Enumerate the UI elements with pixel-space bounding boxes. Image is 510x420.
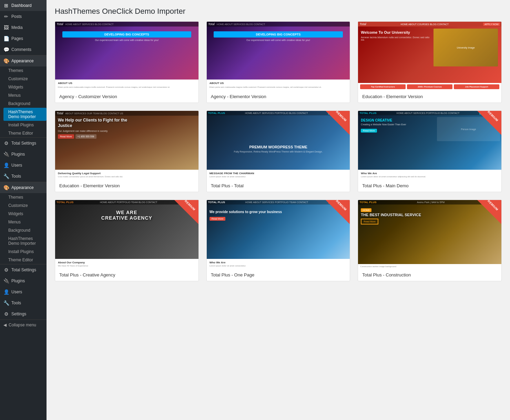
demo-label-education-1: Education - Elementor Version xyxy=(358,91,501,103)
demo-thumb-education-2: Total ABOUT SERVICES OUR TEAM BLOG CONTA… xyxy=(55,111,198,180)
sidebar-item-widgets-2[interactable]: Widgets xyxy=(3,210,47,218)
demo-label-education-2: Education - Elementor Version xyxy=(55,180,198,192)
demo-thumb-agency-elementor: Total HOME ABOUT SERVICES BLOG CONTACT D… xyxy=(207,22,350,91)
tools-icon-2: 🔧 xyxy=(3,300,9,306)
users-icon-2: 👤 xyxy=(3,289,9,295)
demo-card-total-plus-main[interactable]: TOTAL PLUS HOME ABOUT SERVICES PORTFOLIO… xyxy=(358,111,502,192)
comments-icon: 💬 xyxy=(3,47,9,52)
demo-label-total-plus-one-page: Total Plus - One Page xyxy=(207,269,350,281)
sidebar-item-tools-1[interactable]: 🔧 Tools xyxy=(0,171,47,182)
premium-badge-total-plus-creative xyxy=(174,200,198,224)
sidebar-item-menus-2[interactable]: Menus xyxy=(3,218,47,226)
media-icon: 🖼 xyxy=(3,25,9,30)
demo-label-total-plus-main: Total Plus - Main Demo xyxy=(358,180,501,192)
demo-thumb-total-plus-one-page: TOTAL PLUS HOME ABOUT SERVICES PORTFOLIO… xyxy=(207,200,350,269)
sidebar-appearance-submenu: Themes Customize Widgets Menus Backgroun… xyxy=(0,66,47,137)
demo-label-total-plus-construction: Total Plus - Construction xyxy=(358,269,501,281)
plugins-icon-1: 🔌 xyxy=(3,151,9,157)
sidebar-item-total-settings-2[interactable]: ⚙ Total Settings xyxy=(0,264,47,275)
demo-thumb-total-plus-main: TOTAL PLUS HOME ABOUT SERVICES PORTFOLIO… xyxy=(358,111,501,180)
demo-grid: Total HOME ABOUT SERVICES BLOG CONTACT D… xyxy=(55,21,502,281)
sidebar-item-themes[interactable]: Themes xyxy=(3,66,47,75)
demo-label-agency-customizer: Agency - Customizer Version xyxy=(55,91,198,103)
sidebar-item-plugins-2[interactable]: 🔌 Plugins xyxy=(0,275,47,286)
sidebar-item-posts[interactable]: ✏ Posts xyxy=(0,11,47,22)
demo-label-agency-elementor: Agency - Elementor Version xyxy=(207,91,350,103)
demo-card-total-plus-one-page[interactable]: TOTAL PLUS HOME ABOUT SERVICES PORTFOLIO… xyxy=(206,200,350,281)
demo-thumb-total-plus-construction: TOTAL PLUS Avenu Park | 9AM to 5PM 123-4… xyxy=(358,200,501,269)
sidebar: ⊞ Dashboard ✏ Posts 🖼 Media 📄 Pages 💬 Co… xyxy=(0,0,47,420)
main-content: HashThemes OneClick Demo Importer Total … xyxy=(47,0,510,420)
demo-thumb-total-plus-total: TOTAL PLUS HOME ABOUT SERVICES PORTFOLIO… xyxy=(207,111,350,180)
sidebar-item-users-1[interactable]: 👤 Users xyxy=(0,160,47,171)
demo-card-agency-customizer[interactable]: Total HOME ABOUT SERVICES BLOG CONTACT D… xyxy=(55,21,199,103)
sidebar-item-dashboard[interactable]: ⊞ Dashboard xyxy=(0,0,47,11)
premium-badge-total-plus-total xyxy=(326,111,350,135)
sidebar-section-main: ⊞ Dashboard ✏ Posts 🖼 Media 📄 Pages 💬 Co… xyxy=(0,0,47,55)
collapse-icon: ◀ xyxy=(3,323,7,327)
demo-card-agency-elementor[interactable]: Total HOME ABOUT SERVICES BLOG CONTACT D… xyxy=(206,21,350,103)
demo-card-total-plus-construction[interactable]: TOTAL PLUS Avenu Park | 9AM to 5PM 123-4… xyxy=(358,200,502,281)
sidebar-item-hashthemes-demo[interactable]: HashThemes Demo Importer xyxy=(3,108,47,121)
demo-label-total-plus-total: Total Plus - Total xyxy=(207,180,350,192)
sidebar-item-media[interactable]: 🖼 Media xyxy=(0,22,47,33)
sidebar-item-total-settings-1[interactable]: ⚙ Total Settings xyxy=(0,138,47,149)
sidebar-item-customize-2[interactable]: Customize xyxy=(3,201,47,210)
sidebar-item-users-2[interactable]: 👤 Users xyxy=(0,286,47,297)
demo-thumb-total-plus-creative: TOTAL PLUS HOME ABOUT PORTFOLIO TEAM BLO… xyxy=(55,200,198,269)
settings-icon-3: ⚙ xyxy=(3,311,9,317)
sidebar-item-widgets[interactable]: Widgets xyxy=(3,83,47,91)
sidebar-section-tools1: ⚙ Total Settings 🔌 Plugins 👤 Users 🔧 Too… xyxy=(0,138,47,182)
demo-card-education-1[interactable]: Total HOME ABOUT COURSES BLOG CONTACT AP… xyxy=(358,21,502,103)
users-icon-1: 👤 xyxy=(3,162,9,168)
demo-label-total-plus-creative: Total Plus - Creative Agency xyxy=(55,269,198,281)
collapse-menu-button[interactable]: ◀ Collapse menu xyxy=(0,320,47,330)
sidebar-item-pages[interactable]: 📄 Pages xyxy=(0,33,47,44)
demo-card-total-plus-total[interactable]: TOTAL PLUS HOME ABOUT SERVICES PORTFOLIO… xyxy=(206,111,350,192)
appearance-icon-2: 🎨 xyxy=(3,185,9,190)
sidebar-item-menus[interactable]: Menus xyxy=(3,91,47,99)
sidebar-item-appearance-2[interactable]: 🎨 Appearance xyxy=(0,182,47,193)
sidebar-item-install-plugins[interactable]: Install Plugins xyxy=(3,121,47,129)
posts-icon: ✏ xyxy=(3,14,9,19)
demo-thumb-education-1: Total HOME ABOUT COURSES BLOG CONTACT AP… xyxy=(358,22,501,91)
sidebar-item-comments[interactable]: 💬 Comments xyxy=(0,44,47,55)
sidebar-item-tools-2[interactable]: 🔧 Tools xyxy=(0,297,47,308)
sidebar-section-appearance1: 🎨 Appearance Themes Customize Widgets Me… xyxy=(0,55,47,138)
settings-icon-2: ⚙ xyxy=(3,267,9,273)
demo-card-total-plus-creative[interactable]: TOTAL PLUS HOME ABOUT PORTFOLIO TEAM BLO… xyxy=(55,200,199,281)
sidebar-item-background[interactable]: Background xyxy=(3,99,47,108)
sidebar-item-theme-editor-2[interactable]: Theme Editor xyxy=(3,256,47,264)
plugins-icon-2: 🔌 xyxy=(3,278,9,284)
sidebar-item-appearance[interactable]: 🎨 Appearance xyxy=(0,55,47,66)
sidebar-section-tools2: ⚙ Total Settings 🔌 Plugins 👤 Users 🔧 Too… xyxy=(0,264,47,320)
tools-icon-1: 🔧 xyxy=(3,174,9,179)
premium-badge-total-plus-main xyxy=(477,111,501,135)
sidebar-section-appearance2: 🎨 Appearance Themes Customize Widgets Me… xyxy=(0,182,47,264)
sidebar-item-background-2[interactable]: Background xyxy=(3,226,47,234)
sidebar-item-themes-2[interactable]: Themes xyxy=(3,193,47,201)
sidebar-item-settings-2[interactable]: ⚙ Settings xyxy=(0,308,47,319)
settings-icon-1: ⚙ xyxy=(3,140,9,146)
sidebar-item-install-plugins-2[interactable]: Install Plugins xyxy=(3,248,47,256)
page-title: HashThemes OneClick Demo Importer xyxy=(55,7,502,16)
appearance-icon: 🎨 xyxy=(3,58,9,64)
sidebar-item-theme-editor[interactable]: Theme Editor xyxy=(3,129,47,137)
demo-card-education-2[interactable]: Total ABOUT SERVICES OUR TEAM BLOG CONTA… xyxy=(55,111,199,192)
premium-badge-total-plus-construction xyxy=(477,200,501,224)
sidebar-appearance-submenu-2: Themes Customize Widgets Menus Backgroun… xyxy=(0,193,47,264)
sidebar-item-customize[interactable]: Customize xyxy=(3,75,47,83)
pages-icon: 📄 xyxy=(3,36,9,41)
demo-thumb-agency-customizer: Total HOME ABOUT SERVICES BLOG CONTACT D… xyxy=(55,22,198,91)
sidebar-item-plugins-1[interactable]: 🔌 Plugins xyxy=(0,149,47,160)
sidebar-item-hashthemes-demo-2[interactable]: HashThemes Demo Importer xyxy=(3,234,47,248)
dashboard-icon: ⊞ xyxy=(3,3,9,8)
premium-badge-total-plus-one-page xyxy=(326,200,350,224)
